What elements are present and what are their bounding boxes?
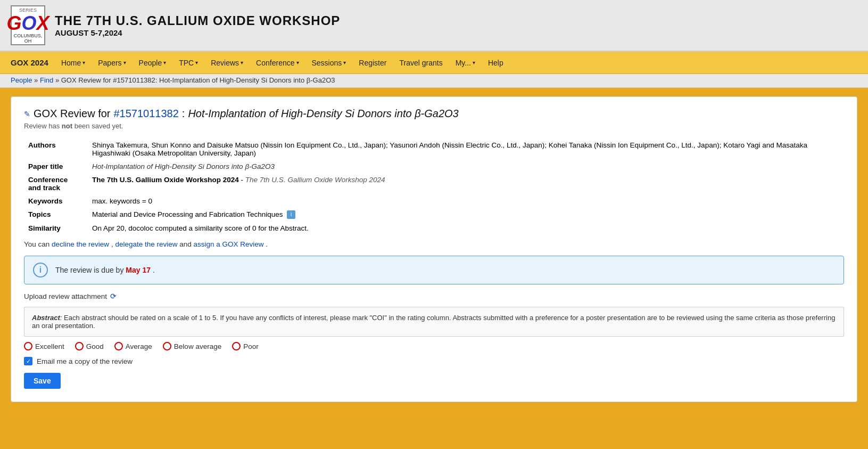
delegate-review-link[interactable]: delegate the review	[115, 240, 177, 248]
edit-icon[interactable]: ✎	[24, 110, 30, 118]
site-header: SERIES G O X COLUMBUS, OH THE 7TH U.S. G…	[0, 0, 868, 52]
abstract-text: Each abstract should be rated on a scale…	[32, 314, 835, 330]
header-title: THE 7TH U.S. GALLIUM OXIDE WORKSHOP AUGU…	[55, 13, 340, 37]
title-colon: :	[182, 108, 185, 120]
authors-label: Authors	[24, 138, 88, 160]
page-title-row: ✎ GOX Review for #1571011382 : Hot-Impla…	[24, 108, 844, 120]
keywords-value: max. keywords = 0	[88, 194, 844, 208]
topics-label: Topics	[24, 208, 88, 222]
info-table: Authors Shinya Takemura, Shun Konno and …	[24, 138, 844, 235]
nav-people[interactable]: People ▾	[134, 55, 172, 70]
assign-review-link[interactable]: assign a GOX Review	[194, 240, 264, 248]
nav-tpc[interactable]: TPC ▾	[173, 55, 203, 70]
paper-id-link[interactable]: #1571011382	[113, 108, 178, 120]
topics-value: Material and Device Processing and Fabri…	[88, 208, 844, 222]
chevron-down-icon: ▾	[163, 60, 166, 66]
abstract-box: Abstract: Each abstract should be rated …	[24, 307, 844, 337]
conference-bold: The 7th U.S. Gallium Oxide Workshop 2024	[92, 176, 239, 184]
email-checkbox[interactable]: ✓	[24, 357, 32, 365]
rating-label-below-average: Below average	[174, 342, 221, 350]
rating-radio-below-average[interactable]	[163, 342, 171, 350]
similarity-value: On Apr 20, docoloc computed a similarity…	[88, 222, 844, 235]
nav-sessions[interactable]: Sessions ▾	[307, 55, 352, 70]
authors-row: Authors Shinya Takemura, Shun Konno and …	[24, 138, 844, 160]
rating-radio-poor[interactable]	[232, 342, 241, 350]
nav-travel-grants[interactable]: Travel grants	[394, 55, 448, 70]
logo-o: O	[22, 14, 37, 33]
chevron-down-icon: ▾	[296, 60, 299, 66]
breadcrumb-find[interactable]: Find	[40, 76, 53, 84]
conference-value: The 7th U.S. Gallium Oxide Workshop 2024…	[88, 173, 844, 194]
conference-label: Conferenceand track	[24, 173, 88, 194]
chevron-down-icon: ▾	[123, 60, 126, 66]
nav-register[interactable]: Register	[353, 55, 392, 70]
paper-title-value: Hot-Implantation of High-Density Si Dono…	[88, 160, 844, 173]
breadcrumb-people[interactable]: People	[11, 76, 32, 84]
content-card: ✎ GOX Review for #1571011382 : Hot-Impla…	[11, 96, 857, 402]
email-label: Email me a copy of the review	[37, 357, 133, 365]
logo-x: X	[37, 14, 49, 33]
chevron-down-icon: ▾	[241, 60, 243, 66]
save-button[interactable]: Save	[24, 373, 61, 389]
navbar: GOX 2024 Home ▾ Papers ▾ People ▾ TPC ▾ …	[0, 52, 868, 74]
rating-radio-excellent[interactable]	[24, 342, 32, 350]
nav-brand: GOX 2024	[11, 58, 48, 67]
nav-help[interactable]: Help	[483, 55, 509, 70]
nav-reviews[interactable]: Reviews ▾	[205, 55, 249, 70]
paper-title-label: Paper title	[24, 160, 88, 173]
nav-conference[interactable]: Conference ▾	[251, 55, 304, 70]
nav-papers[interactable]: Papers ▾	[93, 55, 131, 70]
breadcrumb: People » Find » GOX Review for #15710113…	[0, 74, 868, 88]
breadcrumb-current: GOX Review for #1571011382: Hot-Implanta…	[61, 76, 335, 84]
topic-info-icon[interactable]: i	[287, 210, 295, 219]
workshop-title: THE 7TH U.S. GALLIUM OXIDE WORKSHOP	[55, 13, 340, 28]
rating-label-excellent: Excellent	[35, 342, 64, 350]
rating-poor[interactable]: Poor	[232, 342, 259, 350]
rating-excellent[interactable]: Excellent	[24, 342, 64, 350]
conference-row: Conferenceand track The 7th U.S. Gallium…	[24, 173, 844, 194]
rating-good[interactable]: Good	[75, 342, 104, 350]
logo: SERIES G O X COLUMBUS, OH	[11, 5, 45, 45]
topics-row: Topics Material and Device Processing an…	[24, 208, 844, 222]
rating-row: Excellent Good Average Below average Poo…	[24, 342, 844, 350]
paper-title-italic: Hot-Implantation of High-Density Si Dono…	[188, 108, 458, 120]
upload-row: Upload review attachment ⟳	[24, 292, 844, 300]
logo-icon: SERIES G O X COLUMBUS, OH	[11, 5, 45, 45]
logo-series: SERIES	[19, 7, 37, 13]
upload-label: Upload review attachment	[24, 292, 107, 300]
nav-my[interactable]: My... ▾	[450, 55, 481, 70]
info-circle-icon: i	[33, 263, 48, 277]
workshop-dates: AUGUST 5-7,2024	[55, 28, 340, 37]
due-date: May 17	[126, 266, 151, 274]
due-date-box: i The review is due by May 17 .	[24, 256, 844, 284]
abstract-label: Abstract	[32, 314, 60, 322]
rating-label-average: Average	[126, 342, 152, 350]
rating-radio-good[interactable]	[75, 342, 84, 350]
upload-icon[interactable]: ⟳	[110, 292, 117, 300]
chevron-down-icon: ▾	[343, 60, 346, 66]
keywords-label: Keywords	[24, 194, 88, 208]
decline-review-link[interactable]: decline the review	[52, 240, 109, 248]
main-wrapper: ✎ GOX Review for #1571011382 : Hot-Impla…	[0, 88, 868, 411]
not-saved-message: Review has not been saved yet.	[24, 122, 844, 130]
due-notice-text: The review is due by May 17 .	[55, 266, 155, 274]
nav-home[interactable]: Home ▾	[56, 55, 90, 70]
logo-g: G	[6, 14, 21, 33]
email-checkbox-row: ✓ Email me a copy of the review	[24, 357, 844, 365]
action-links: You can decline the review , delegate th…	[24, 240, 844, 248]
paper-title-row: Paper title Hot-Implantation of High-Den…	[24, 160, 844, 173]
title-prefix: GOX Review for	[34, 108, 110, 120]
similarity-label: Similarity	[24, 222, 88, 235]
similarity-row: Similarity On Apr 20, docoloc computed a…	[24, 222, 844, 235]
chevron-down-icon: ▾	[473, 60, 475, 66]
rating-label-poor: Poor	[243, 342, 259, 350]
chevron-down-icon: ▾	[82, 60, 85, 66]
conference-italic: The 7th U.S. Gallium Oxide Workshop 2024	[245, 176, 385, 184]
keywords-row: Keywords max. keywords = 0	[24, 194, 844, 208]
rating-below-average[interactable]: Below average	[163, 342, 221, 350]
authors-value: Shinya Takemura, Shun Konno and Daisuke …	[88, 138, 844, 160]
rating-radio-average[interactable]	[114, 342, 123, 350]
conference-sep: -	[241, 176, 245, 184]
rating-average[interactable]: Average	[114, 342, 152, 350]
chevron-down-icon: ▾	[195, 60, 198, 66]
